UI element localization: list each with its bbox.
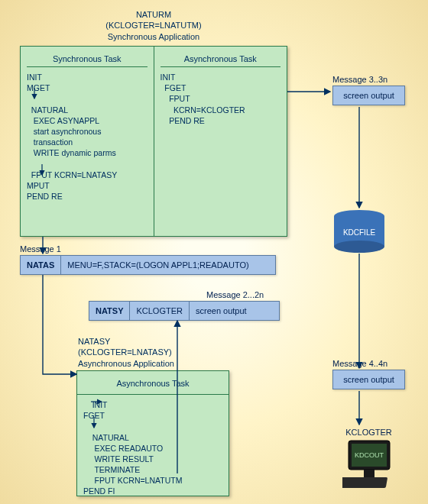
async-app-box: Asynchronous Task INIT FGET NATURAL EXEC… xyxy=(76,370,229,496)
msg2-cell1: NATSY xyxy=(89,302,130,320)
sync-app-box: Synchronous Task INIT MGET NATURAL EXEC … xyxy=(20,46,287,237)
kdcfile-cylinder: KDCFILE xyxy=(334,210,384,253)
async-col-title: Asynchronous Task xyxy=(160,51,281,67)
msg3-text: screen output xyxy=(343,91,394,100)
async-task-title: Asynchronous Task xyxy=(83,376,222,391)
app-header: NATURM (KCLOGTER=LNATUTM) Synchronous Ap… xyxy=(20,9,287,42)
msg1-box: NATAS MENU=F,STACK=(LOGON APPL1;READAUTO… xyxy=(20,255,276,275)
app-type: Synchronous Application xyxy=(20,31,287,42)
sync-code: INIT MGET NATURAL EXEC ASYNAPPL start as… xyxy=(27,72,148,202)
msg4-box: screen output xyxy=(332,370,405,389)
async-task-code: INIT FGET NATURAL EXEC READAUTO WRITE RE… xyxy=(83,399,222,497)
async-app-header: NATASY (KCLOGTER=LNATASY) Asynchronous A… xyxy=(78,336,228,369)
computer-icon: KDCOUT xyxy=(342,439,396,494)
msg1-label: Message 1 xyxy=(20,244,61,254)
app-name: NATURM xyxy=(20,9,287,20)
kdcfile-label: KDCFILE xyxy=(334,228,384,237)
msg2-label: Message 2...2n xyxy=(206,290,264,299)
async-app-type: Asynchronous Application xyxy=(78,358,228,369)
msg3-box: screen output xyxy=(332,86,405,105)
msg2-cell3: screen output xyxy=(190,302,279,320)
svg-rect-6 xyxy=(364,470,374,477)
async-col: Asynchronous Task INIT FGET FPUT KCRN=KC… xyxy=(154,47,287,236)
msg2-cell2: KCLOGTER xyxy=(130,302,190,320)
async-app-name: NATASY xyxy=(78,336,228,347)
msg4-label: Message 4..4n xyxy=(332,359,387,368)
computer-label: KCLOGTER xyxy=(332,428,405,437)
async-app-kclogter: (KCLOGTER=LNATASY) xyxy=(78,347,228,357)
msg3-label: Message 3..3n xyxy=(332,75,387,84)
svg-rect-7 xyxy=(342,477,387,488)
msg2-box: NATSY KCLOGTER screen output xyxy=(89,301,280,321)
sync-col: Synchronous Task INIT MGET NATURAL EXEC … xyxy=(21,47,154,236)
async-code: INIT FGET FPUT KCRN=KCLOGTER PEND RE xyxy=(160,72,281,126)
msg4-text: screen output xyxy=(343,375,394,384)
computer-screen-text: KDCOUT xyxy=(355,451,384,459)
msg1-cell2: MENU=F,STACK=(LOGON APPL1;READAUTO) xyxy=(61,256,275,274)
msg1-cell1: NATAS xyxy=(21,256,61,274)
app-kclogter: (KCLOGTER=LNATUTM) xyxy=(20,20,287,31)
sync-col-title: Synchronous Task xyxy=(27,51,148,67)
